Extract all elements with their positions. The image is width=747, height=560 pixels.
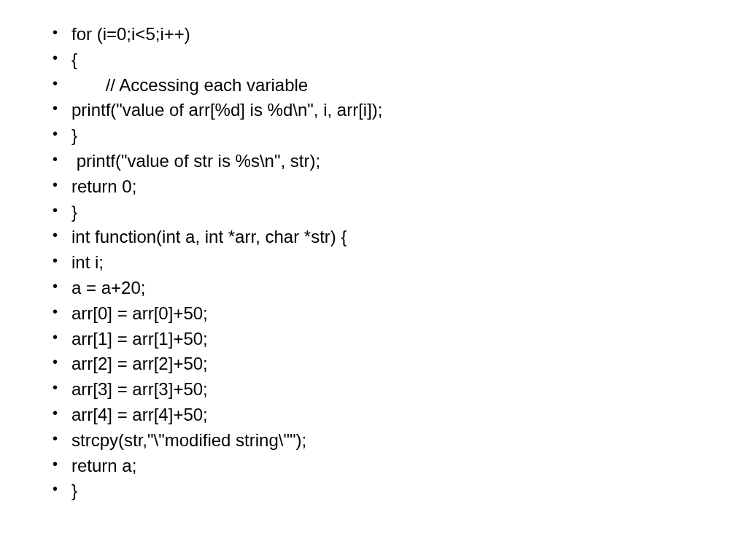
code-line: arr[3] = arr[3]+50;: [71, 379, 208, 399]
list-item: return 0;: [36, 174, 711, 200]
code-line: }: [71, 125, 77, 145]
code-line: arr[1] = arr[1]+50;: [71, 329, 208, 349]
list-item: {: [36, 47, 711, 73]
list-item: arr[0] = arr[0]+50;: [36, 301, 711, 327]
code-line: int i;: [71, 252, 104, 272]
code-line: {: [71, 50, 77, 69]
list-item: // Accessing each variable: [36, 73, 711, 98]
list-item: }: [36, 478, 711, 504]
list-item: printf("value of arr[%d] is %d\n", i, ar…: [36, 98, 711, 123]
code-line: a = a+20;: [71, 278, 145, 298]
code-list: for (i=0;i<5;i++) { // Accessing each va…: [36, 22, 711, 504]
list-item: }: [36, 123, 711, 149]
code-line: // Accessing each variable: [71, 75, 308, 95]
code-line: arr[2] = arr[2]+50;: [71, 354, 208, 373]
code-line: int function(int a, int *arr, char *str)…: [71, 227, 347, 246]
list-item: arr[2] = arr[2]+50;: [36, 351, 711, 377]
list-item: arr[1] = arr[1]+50;: [36, 327, 711, 352]
code-line: }: [71, 202, 77, 222]
code-line: printf("value of arr[%d] is %d\n", i, ar…: [71, 100, 383, 120]
code-line: strcpy(str,"\"modified string\"");: [71, 430, 306, 450]
code-line: return 0;: [71, 176, 136, 196]
code-line: printf("value of str is %s\n", str);: [71, 151, 320, 171]
code-line: arr[0] = arr[0]+50;: [71, 303, 208, 323]
code-line: for (i=0;i<5;i++): [71, 24, 190, 44]
code-line: return a;: [71, 456, 136, 475]
list-item: strcpy(str,"\"modified string\"");: [36, 428, 711, 454]
list-item: arr[3] = arr[3]+50;: [36, 377, 711, 402]
list-item: int function(int a, int *arr, char *str)…: [36, 225, 711, 250]
list-item: for (i=0;i<5;i++): [36, 22, 711, 47]
code-line: arr[4] = arr[4]+50;: [71, 405, 208, 424]
list-item: return a;: [36, 454, 711, 479]
list-item: }: [36, 200, 711, 225]
code-line: }: [71, 481, 77, 500]
list-item: arr[4] = arr[4]+50;: [36, 402, 711, 428]
list-item: printf("value of str is %s\n", str);: [36, 149, 711, 174]
list-item: a = a+20;: [36, 276, 711, 301]
list-item: int i;: [36, 250, 711, 276]
